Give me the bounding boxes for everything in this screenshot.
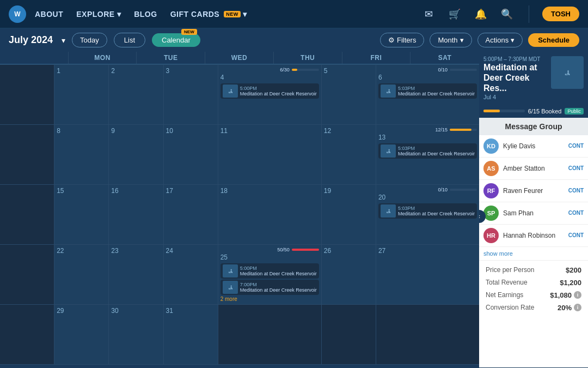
- avatar-sam: SP: [483, 206, 499, 221]
- calendar-days-header: Mon Tue Wed Thu Fri Sat: [0, 52, 479, 64]
- calendar-main: Mon Tue Wed Thu Fri Sat 1 2 3 6/30 4 🏞: [0, 52, 479, 367]
- event-jul6[interactable]: 🏞 5:03PM Meditation at Deer Creek Reserv…: [378, 83, 477, 99]
- stat-price-per-person: Price per Person $200: [486, 266, 581, 274]
- side-event-image: 🏞: [551, 56, 584, 89]
- cal-cell-3: 3: [164, 65, 218, 125]
- logo-text: W: [14, 10, 20, 18]
- contact-raven-button[interactable]: CONT: [568, 188, 584, 194]
- month-chevron-icon[interactable]: ▾: [62, 36, 65, 45]
- side-panel: ‹ 5:00PM – 7:30PM MDT Meditation at Deer…: [479, 52, 588, 367]
- nav-explore[interactable]: Explore ▾: [76, 10, 121, 19]
- gift-cards-chevron-icon: ▾: [243, 10, 247, 19]
- cal-cell-empty-14: [0, 185, 54, 245]
- nav-gift-cards[interactable]: Gift Cards NEW ▾: [170, 10, 247, 19]
- cal-cell-30: 30: [109, 305, 163, 365]
- stat-net-earnings: Net Earnings $1,080 i: [486, 291, 581, 299]
- event-thumb-jul20: 🏞: [381, 204, 396, 218]
- day-header-sat: Sat: [411, 52, 479, 64]
- cal-cell-5: 5: [322, 65, 376, 125]
- cal-cell-24: 24: [164, 245, 218, 305]
- side-event-header: 5:00PM – 7:30PM MDT Meditation at Deer C…: [479, 52, 588, 105]
- cal-cell-22: 22: [54, 245, 109, 305]
- avatar-hannah: HR: [483, 228, 499, 243]
- cal-cell-empty-1: [0, 65, 54, 125]
- toolbar-right: ⚙ Filters Month ▾ Actions ▾ Schedule: [380, 33, 579, 47]
- search-icon[interactable]: 🔍: [498, 5, 516, 23]
- conversion-rate-info-icon[interactable]: i: [574, 304, 581, 311]
- cal-cell-26: 26: [322, 245, 376, 305]
- calendar-view-button[interactable]: Calendar NEW: [152, 33, 200, 47]
- user-button[interactable]: TOSH: [542, 7, 579, 21]
- person-row-sam: SP Sam Phan CONT: [479, 202, 588, 225]
- messages-icon[interactable]: ✉: [420, 5, 437, 23]
- toolbar: July 2024 ▾ Today List Calendar NEW ⚙ Fi…: [0, 28, 588, 52]
- person-row-hannah: HR Hannah Robinson CONT: [479, 225, 588, 247]
- month-dropdown-chevron-icon: ▾: [460, 36, 464, 44]
- cal-cell-16: 16: [109, 185, 163, 245]
- person-row-amber: AS Amber Statton CONT: [479, 158, 588, 180]
- schedule-button[interactable]: Schedule: [528, 33, 579, 47]
- booked-badge: Public: [565, 108, 584, 114]
- side-event-time: 5:00PM – 7:30PM MDT: [483, 56, 542, 62]
- month-dropdown-button[interactable]: Month ▾: [430, 33, 471, 47]
- person-name-raven: Raven Feurer: [503, 187, 564, 195]
- calendar-new-badge: NEW: [181, 29, 197, 35]
- day-header-mon: Mon: [69, 52, 137, 64]
- actions-chevron-icon: ▾: [511, 36, 514, 44]
- contact-kylie-button[interactable]: CONT: [568, 143, 584, 149]
- booked-progress-bar: [483, 110, 525, 112]
- contact-hannah-button[interactable]: CONT: [568, 232, 584, 238]
- day-header-tue: Tue: [137, 52, 205, 64]
- contact-amber-button[interactable]: CONT: [568, 165, 584, 171]
- nav-blog[interactable]: Blog: [134, 10, 157, 19]
- today-button[interactable]: Today: [72, 33, 107, 47]
- calendar-grid: 1 2 3 6/30 4 🏞 5:00PM Meditation at Deer…: [0, 64, 479, 365]
- person-row-raven: RF Raven Feurer CONT: [479, 180, 588, 202]
- cal-cell-15: 15: [54, 185, 109, 245]
- avatar-raven: RF: [483, 183, 499, 198]
- event-jul4[interactable]: 🏞 5:00PM Meditation at Deer Creek Reserv…: [220, 83, 319, 99]
- list-view-button[interactable]: List: [114, 33, 145, 47]
- avatar-amber: AS: [483, 161, 499, 176]
- cal-cell-11: 11: [218, 125, 322, 185]
- side-event-title: Meditation at Deer Creek Res...: [483, 62, 542, 94]
- cal-cell-10: 10: [164, 125, 218, 185]
- day-header-fri: Fri: [342, 52, 411, 64]
- calendar-container: Mon Tue Wed Thu Fri Sat 1 2 3 6/30 4 🏞: [0, 52, 588, 367]
- net-earnings-info-icon[interactable]: i: [574, 291, 581, 299]
- actions-button[interactable]: Actions ▾: [477, 33, 523, 47]
- nav-about[interactable]: About: [35, 10, 63, 19]
- cal-cell-19: 19: [322, 185, 376, 245]
- cal-cell-17: 17: [164, 185, 218, 245]
- nav-divider: [529, 5, 529, 23]
- stat-total-revenue: Total Revenue $1,200: [486, 279, 581, 287]
- nav-icons: ✉ 🛒 🔔 🔍 TOSH: [420, 5, 579, 23]
- cal-cell-13[interactable]: 12/15 13 🏞 5:03PM Meditation at Deer Cre…: [376, 125, 479, 185]
- nav-links: About Explore ▾ Blog Gift Cards NEW ▾: [35, 10, 420, 19]
- show-more-link[interactable]: show more: [479, 247, 588, 260]
- event-jul25a[interactable]: 🏞 5:00PM Meditation at Deer Creek Reserv…: [220, 263, 319, 279]
- cal-cell-empty-aug1: [218, 305, 322, 365]
- cal-cell-4[interactable]: 6/30 4 🏞 5:00PM Meditation at Deer Creek…: [218, 65, 322, 125]
- event-jul13[interactable]: 🏞 5:03PM Meditation at Deer Creek Reserv…: [378, 143, 477, 159]
- message-group-header: Message Group: [479, 118, 588, 135]
- day-header-thu: Thu: [274, 52, 342, 64]
- more-events-link[interactable]: 2 more: [220, 296, 319, 302]
- event-jul20[interactable]: 🏞 5:03PM Meditation at Deer Creek Reserv…: [378, 203, 477, 219]
- event-thumb-jul25a: 🏞: [223, 264, 238, 277]
- filter-icon: ⚙: [388, 36, 395, 44]
- cal-cell-2: 2: [109, 65, 163, 125]
- contact-sam-button[interactable]: CONT: [568, 210, 584, 216]
- cart-icon[interactable]: 🛒: [446, 5, 463, 23]
- event-jul25b[interactable]: 🏞 7:00PM Meditation at Deer Creek Reserv…: [220, 280, 319, 295]
- cal-cell-6[interactable]: 0/10 6 🏞 5:03PM Meditation at Deer Creek…: [376, 65, 479, 125]
- navbar: W About Explore ▾ Blog Gift Cards NEW ▾ …: [0, 0, 588, 28]
- cal-cell-empty-21: [0, 245, 54, 305]
- notifications-icon[interactable]: 🔔: [472, 5, 489, 23]
- cal-cell-25[interactable]: 50/50 25 🏞 5:00PM Meditation at Deer Cre…: [218, 245, 322, 305]
- person-name-amber: Amber Statton: [503, 165, 564, 172]
- filters-button[interactable]: ⚙ Filters: [380, 33, 424, 47]
- cal-cell-20[interactable]: 0/10 20 🏞 5:03PM Meditation at Deer Cree…: [376, 185, 479, 245]
- booked-text: 6/15 Booked: [528, 108, 562, 114]
- explore-chevron-icon: ▾: [117, 10, 121, 19]
